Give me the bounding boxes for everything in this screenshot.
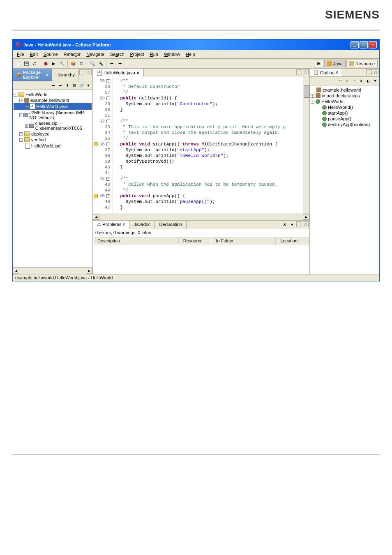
view-minimize-button[interactable]: _ <box>79 69 85 75</box>
hide-local-button[interactable]: ◐ <box>365 78 371 84</box>
view-maximize-button[interactable]: □ <box>303 221 309 227</box>
editor-maximize-button[interactable]: □ <box>303 69 309 75</box>
deployed-node[interactable]: deployed <box>31 131 50 136</box>
search-button[interactable]: 🔦 <box>97 60 104 67</box>
java-file-node[interactable]: HelloWorld.java <box>36 104 68 109</box>
scrollbar-vertical[interactable] <box>303 77 309 214</box>
expander-icon[interactable]: − <box>14 93 17 97</box>
nav-fwd-button[interactable]: ➡ <box>116 60 124 67</box>
outline-pauseapp[interactable]: pauseApp() <box>328 116 351 121</box>
menu-edit[interactable]: Edit <box>28 51 40 58</box>
classes-node[interactable]: classes.zip - C:\siemens\smdk\TC65 <box>35 121 92 131</box>
outline-destroyapp[interactable]: destroyApp(boolean) <box>328 122 370 127</box>
close-icon[interactable]: × <box>137 71 139 75</box>
view-maximize-button[interactable]: □ <box>86 69 92 75</box>
open-perspective-button[interactable]: ⊞ <box>314 60 323 67</box>
col-location[interactable]: Location <box>277 237 309 244</box>
col-infolder[interactable]: In Folder <box>212 237 276 244</box>
col-description[interactable]: Description <box>94 237 179 244</box>
menu-file[interactable]: File <box>14 51 27 58</box>
package-tree[interactable]: −HelloWorld −example.helloworld +HelloWo… <box>13 90 92 267</box>
link-button[interactable]: 🔗 <box>78 82 85 89</box>
outline-constructor[interactable]: HelloWorld() <box>328 105 353 110</box>
editor-tab[interactable]: HelloWorld.java × <box>93 69 144 77</box>
code-editor[interactable]: 25−262728−29303132−333435!36−37383940414… <box>93 77 309 214</box>
close-icon[interactable]: × <box>46 73 48 77</box>
hide-fields-button[interactable]: ○ <box>344 78 350 84</box>
menu-run[interactable]: Run <box>148 51 161 58</box>
print-button[interactable]: 🖨 <box>31 60 38 67</box>
expander-icon[interactable]: + <box>25 105 29 108</box>
nav-back-button[interactable]: ⬅ <box>108 60 115 67</box>
j2me-node[interactable]: J2ME library [Siemens IMP-NG Default ( <box>30 110 92 120</box>
view-maximize-button[interactable]: □ <box>373 69 378 75</box>
minimize-button[interactable]: _ <box>350 41 359 48</box>
forward-button[interactable]: ➡ <box>57 82 64 89</box>
menu-button[interactable]: ▼ <box>289 221 295 228</box>
package-node[interactable]: example.helloworld <box>30 98 69 103</box>
view-minimize-button[interactable]: _ <box>366 69 372 75</box>
jad-node[interactable]: HelloWorld.jad <box>31 143 60 148</box>
save-button[interactable]: 💾 <box>23 60 30 67</box>
scroll-thumb[interactable] <box>304 85 309 98</box>
col-resource[interactable]: Resource <box>180 237 212 244</box>
up-button[interactable]: ⬆ <box>64 82 71 89</box>
resource-perspective-button[interactable]: Resource <box>346 60 378 67</box>
new-button[interactable]: 📄 <box>14 60 22 67</box>
package-explorer-tab[interactable]: 📦 Package Explorer × <box>13 69 52 81</box>
problems-tab[interactable]: ⚠ Problems × <box>93 221 129 229</box>
outline-tab[interactable]: 📋 Outline × <box>310 69 341 76</box>
hide-nonpublic-button[interactable]: ● <box>358 78 364 84</box>
outline-imports[interactable]: import declarations <box>322 93 360 98</box>
back-button[interactable]: ⬅ <box>50 82 57 89</box>
outline-class[interactable]: HelloWorld <box>321 99 344 104</box>
close-icon[interactable]: × <box>336 70 338 75</box>
new-package-button[interactable]: 📦 <box>69 60 77 67</box>
collapse-button[interactable]: ⊟ <box>71 82 78 89</box>
titlebar[interactable]: Java - HelloWorld.java - Eclipse Platfor… <box>13 39 379 50</box>
scroll-left-button[interactable]: ◀ <box>13 268 19 274</box>
sort-button[interactable]: ᵃᶻ <box>337 78 344 84</box>
expander-icon[interactable]: + <box>25 124 28 128</box>
scroll-left-button[interactable]: ◀ <box>93 214 99 220</box>
outline-package[interactable]: example.helloworld <box>323 88 361 92</box>
close-icon[interactable]: × <box>123 222 125 227</box>
menu-window[interactable]: Window <box>161 51 182 58</box>
scroll-right-button[interactable]: ▶ <box>303 214 309 220</box>
project-node[interactable]: HelloWorld <box>25 92 48 97</box>
editor-minimize-button[interactable]: _ <box>296 69 302 75</box>
outline-startapp[interactable]: startApp() <box>328 111 348 115</box>
menu-search[interactable]: Search <box>108 51 127 58</box>
javadoc-tab[interactable]: Javadoc <box>129 221 155 229</box>
problems-table[interactable]: Description Resource In Folder Location <box>93 236 309 245</box>
debug-button[interactable]: 🐞 <box>42 60 49 67</box>
problems-body[interactable] <box>93 245 309 274</box>
menu-navigate[interactable]: Navigate <box>84 51 106 58</box>
expander-icon[interactable]: − <box>19 99 23 102</box>
verified-node[interactable]: verified <box>31 137 46 142</box>
expander-icon[interactable]: + <box>311 94 314 98</box>
expander-icon[interactable]: − <box>311 100 314 104</box>
hierarchy-tab[interactable]: Hierarchy <box>52 69 78 81</box>
maximize-button[interactable]: □ <box>360 41 368 48</box>
scroll-right-button[interactable]: ▶ <box>86 268 92 274</box>
close-button[interactable]: × <box>369 41 377 48</box>
menu-help[interactable]: Help <box>183 51 198 58</box>
scrollbar-horizontal[interactable] <box>19 268 86 274</box>
code-area[interactable]: /** * Default constructor */ public Hell… <box>113 77 303 214</box>
outline-tree[interactable]: example.helloworld +import declarations … <box>310 85 379 129</box>
menu-project[interactable]: Project <box>128 51 147 58</box>
menu-refactor[interactable]: Refactor <box>61 51 83 58</box>
expander-icon[interactable]: − <box>19 113 22 117</box>
declaration-tab[interactable]: Declaration <box>155 221 187 229</box>
ext-tools-button[interactable]: 🔧 <box>58 60 66 67</box>
java-perspective-button[interactable]: Java <box>324 60 346 67</box>
menu-source[interactable]: Source <box>41 51 60 58</box>
expander-icon[interactable]: + <box>19 138 23 142</box>
line-gutter[interactable]: 25−262728−29303132−333435!36−37383940414… <box>93 77 113 214</box>
new-class-button[interactable]: © <box>78 60 85 67</box>
menu-button[interactable]: ▼ <box>372 78 378 84</box>
expander-icon[interactable]: + <box>19 132 23 136</box>
filter-button[interactable]: ✖ <box>281 221 288 228</box>
run-button[interactable]: ▶ <box>50 60 58 67</box>
